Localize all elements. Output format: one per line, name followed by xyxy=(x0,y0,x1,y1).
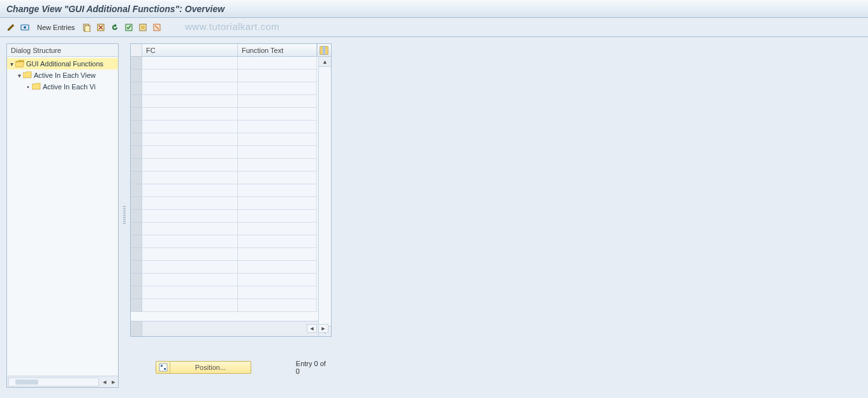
select-block-icon[interactable] xyxy=(137,22,149,33)
cell-function-text[interactable] xyxy=(238,121,317,133)
tree-node-root[interactable]: ▾ GUI Additional Functions xyxy=(7,58,118,70)
cell-fc[interactable] xyxy=(142,210,238,223)
table-row xyxy=(131,70,331,82)
cell-fc[interactable] xyxy=(142,108,238,121)
row-selector[interactable] xyxy=(131,248,142,261)
row-selector[interactable] xyxy=(131,210,142,223)
row-selector[interactable] xyxy=(131,184,142,197)
cell-fc[interactable] xyxy=(142,197,238,210)
cell-fc[interactable] xyxy=(142,70,238,82)
cell-function-text[interactable] xyxy=(238,57,317,70)
collapse-icon[interactable]: ▾ xyxy=(16,72,22,79)
vscroll-track[interactable] xyxy=(319,67,331,326)
row-selector[interactable] xyxy=(131,57,142,70)
grid-body xyxy=(131,57,331,321)
cell-fc[interactable] xyxy=(142,299,238,312)
cell-fc[interactable] xyxy=(142,146,238,159)
select-all-icon[interactable] xyxy=(123,22,135,33)
row-selector[interactable] xyxy=(131,286,142,299)
cell-function-text[interactable] xyxy=(238,159,317,172)
dialog-structure-header: Dialog Structure xyxy=(7,44,118,57)
tree-node-child-2[interactable]: • Active In Each Vi xyxy=(7,81,118,92)
other-view-icon[interactable] xyxy=(19,22,31,33)
cell-function-text[interactable] xyxy=(238,146,317,159)
cell-function-text[interactable] xyxy=(238,133,317,146)
grid-vscroll[interactable]: ▲ ▼ xyxy=(318,57,331,336)
deselect-all-icon[interactable] xyxy=(151,22,163,33)
panel-hscroll[interactable]: ◄ ► xyxy=(7,376,118,387)
cell-fc[interactable] xyxy=(142,57,238,70)
table-settings-icon[interactable] xyxy=(317,44,330,56)
cell-fc[interactable] xyxy=(142,172,238,184)
new-entries-button[interactable]: New Entries xyxy=(33,21,78,34)
cell-fc[interactable] xyxy=(142,274,238,286)
scroll-right-icon[interactable]: ► xyxy=(318,324,328,333)
column-header-fc[interactable]: FC xyxy=(142,44,238,56)
tree-node-child-1[interactable]: ▾ Active In Each View xyxy=(7,70,118,81)
column-header-function-text[interactable]: Function Text xyxy=(238,44,317,56)
copy-icon[interactable] xyxy=(81,22,92,33)
cell-function-text[interactable] xyxy=(238,299,317,312)
tree-node-label: GUI Additional Functions xyxy=(26,60,103,68)
row-selector[interactable] xyxy=(131,82,142,95)
table-row xyxy=(131,261,331,274)
cell-fc[interactable] xyxy=(142,184,238,197)
grid-select-all[interactable] xyxy=(131,44,142,56)
row-selector[interactable] xyxy=(131,108,142,121)
scroll-left-icon[interactable]: ◄ xyxy=(100,378,109,387)
cell-fc[interactable] xyxy=(142,159,238,172)
hscroll-thumb[interactable] xyxy=(15,380,38,385)
cell-function-text[interactable] xyxy=(238,274,317,286)
scroll-right-icon[interactable]: ► xyxy=(109,378,118,387)
cell-fc[interactable] xyxy=(142,223,238,235)
cell-function-text[interactable] xyxy=(238,286,317,299)
table-row xyxy=(131,248,331,261)
row-selector[interactable] xyxy=(131,223,142,235)
cell-function-text[interactable] xyxy=(238,70,317,82)
cell-function-text[interactable] xyxy=(238,197,317,210)
collapse-icon[interactable]: ▾ xyxy=(8,61,15,68)
row-selector[interactable] xyxy=(131,274,142,286)
cell-fc[interactable] xyxy=(142,133,238,146)
scroll-left-icon[interactable]: ◄ xyxy=(307,324,317,333)
row-selector[interactable] xyxy=(131,159,142,172)
row-selector[interactable] xyxy=(131,121,142,133)
cell-function-text[interactable] xyxy=(238,108,317,121)
row-selector[interactable] xyxy=(131,146,142,159)
cell-function-text[interactable] xyxy=(238,261,317,274)
row-selector[interactable] xyxy=(131,133,142,146)
cell-fc[interactable] xyxy=(142,82,238,95)
cell-function-text[interactable] xyxy=(238,184,317,197)
cell-fc[interactable] xyxy=(142,286,238,299)
row-selector[interactable] xyxy=(131,261,142,274)
scroll-up-icon[interactable]: ▲ xyxy=(319,57,331,67)
vertical-splitter[interactable] xyxy=(122,43,126,388)
cell-function-text[interactable] xyxy=(238,210,317,223)
row-selector[interactable] xyxy=(131,70,142,82)
row-selector[interactable] xyxy=(131,235,142,248)
undo-icon[interactable] xyxy=(109,22,121,33)
cell-function-text[interactable] xyxy=(238,82,317,95)
cell-fc[interactable] xyxy=(142,261,238,274)
row-selector[interactable] xyxy=(131,172,142,184)
cell-fc[interactable] xyxy=(142,95,238,108)
cell-function-text[interactable] xyxy=(238,95,317,108)
svg-rect-18 xyxy=(164,368,166,370)
row-selector[interactable] xyxy=(131,95,142,108)
cell-fc[interactable] xyxy=(142,248,238,261)
svg-rect-3 xyxy=(85,26,90,32)
cell-fc[interactable] xyxy=(142,121,238,133)
cell-function-text[interactable] xyxy=(238,172,317,184)
cell-function-text[interactable] xyxy=(238,235,317,248)
hscroll-track[interactable] xyxy=(8,378,99,387)
cell-function-text[interactable] xyxy=(238,223,317,235)
position-button[interactable]: Position... xyxy=(156,361,251,374)
grid-hscroll[interactable]: ◄ ► xyxy=(142,321,331,336)
cell-fc[interactable] xyxy=(142,235,238,248)
grid-footer-selector[interactable] xyxy=(131,321,142,336)
delete-icon[interactable] xyxy=(95,22,107,33)
row-selector[interactable] xyxy=(131,197,142,210)
cell-function-text[interactable] xyxy=(238,248,317,261)
row-selector[interactable] xyxy=(131,299,142,312)
display-change-icon[interactable] xyxy=(5,22,17,33)
